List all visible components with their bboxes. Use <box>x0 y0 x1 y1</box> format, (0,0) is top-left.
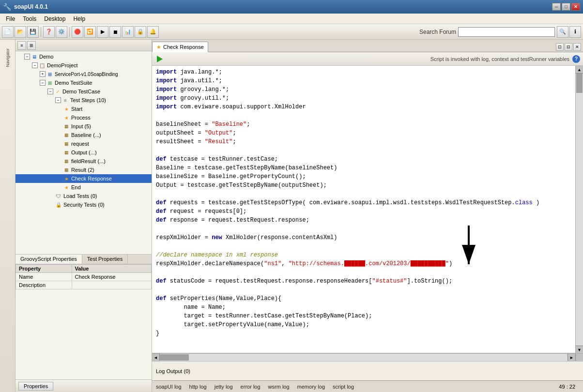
code-line <box>156 146 571 155</box>
tree-item-output[interactable]: ▦ Output (...) <box>15 148 152 157</box>
code-line: import java.lang.*; <box>156 68 571 76</box>
tree-item-sectest[interactable]: 🔒 Security Tests (0) <box>15 200 152 209</box>
tree-item-service[interactable]: + ⊞ ServicePort-v1.0SoapBinding <box>15 70 152 78</box>
scroll-down-btn[interactable]: ▼ <box>576 346 583 353</box>
btn6[interactable]: ⏹ <box>109 26 121 38</box>
tree-item-result[interactable]: ▦ Result (2) <box>15 166 152 174</box>
code-line: respXmlHolder.declareNamespace("ns1", "h… <box>156 259 571 268</box>
tree-item-input[interactable]: ▦ Input (5) <box>15 122 152 131</box>
search-info-btn[interactable]: ℹ <box>569 26 581 38</box>
btn7[interactable]: 📊 <box>122 26 134 38</box>
tree-item-fieldresult[interactable]: ▦ fieldResult (...) <box>15 157 152 166</box>
save-btn[interactable]: 💾 <box>27 26 39 38</box>
tab-script-log[interactable]: script log <box>333 384 354 390</box>
tree-label-start: Start <box>71 106 82 112</box>
btn8[interactable]: 🔒 <box>135 26 146 38</box>
tree-item-process[interactable]: ★ Process <box>15 113 152 122</box>
tree-content: − 🖥 Demo − 📋 DemoProject + ⊞ ServicePort… <box>15 51 152 254</box>
tree-label-checkresponse: Check Response <box>71 176 112 181</box>
code-line: def setProperties(Name,Value,Place){ <box>156 294 571 303</box>
code-line <box>156 286 571 294</box>
properties-button[interactable]: Properties <box>18 382 53 391</box>
tree-btn-2[interactable]: ⊞ <box>27 41 36 50</box>
run-button[interactable] <box>155 54 165 64</box>
prop-name-label: Name <box>16 273 72 281</box>
log-area: Log Output (0) <box>152 361 583 380</box>
tree-item-end[interactable]: ★ End <box>15 183 152 192</box>
fieldresult-icon: ▦ <box>63 158 70 165</box>
scroll-track[interactable] <box>160 354 568 361</box>
navigator-label: Navigator <box>5 48 10 67</box>
tab-close-btn[interactable]: ✕ <box>573 43 581 51</box>
code-line: target = testRunner.testCase.getTestStep… <box>156 312 571 320</box>
tree-item-baseline[interactable]: ▦ Baseline (...) <box>15 131 152 139</box>
help-icon[interactable]: ? <box>572 55 580 63</box>
tree-btn-1[interactable]: ≡ <box>17 41 26 50</box>
tree-item-start[interactable]: ★ Start <box>15 105 152 113</box>
editor-tab-bar: ★ Check Response ⊡ ⊟ ✕ <box>152 40 583 52</box>
code-editor[interactable]: import java.lang.*; import java.util.*; … <box>152 66 575 353</box>
editor-with-scroll: import java.lang.*; import java.util.*; … <box>152 66 583 353</box>
vertical-scrollbar[interactable]: ▲ ▼ <box>575 66 583 353</box>
scroll-h-thumb[interactable] <box>160 354 189 361</box>
tab-memory-log[interactable]: memory log <box>297 384 325 390</box>
tree-item-demo[interactable]: − 🖥 Demo <box>15 52 152 61</box>
menu-desktop[interactable]: Desktop <box>40 15 69 23</box>
scroll-thumb[interactable] <box>576 74 583 93</box>
tab-test-props[interactable]: Test Properties <box>82 255 128 264</box>
menu-file[interactable]: File <box>2 15 19 23</box>
code-line: import com.eviware.soapui.support.XmlHol… <box>156 103 571 111</box>
tree-item-steps[interactable]: − ≡ Test Steps (10) <box>15 96 152 105</box>
table-row: Description <box>16 281 152 289</box>
sectest-icon: 🔒 <box>55 201 62 208</box>
navigator-sidebar: Navigator <box>0 40 15 392</box>
scroll-left-btn[interactable]: ◄ <box>152 354 160 361</box>
search-input[interactable] <box>458 27 555 37</box>
tab-groovy-props[interactable]: GroovyScript Properties <box>15 255 82 264</box>
editor-tab-checkresponse[interactable]: ★ Check Response <box>152 42 208 52</box>
btn9[interactable]: 🔔 <box>147 26 159 38</box>
scroll-right-btn[interactable]: ► <box>568 354 575 361</box>
tab-star-icon: ★ <box>156 44 161 50</box>
tree-item-testsuite[interactable]: − ⊞ Demo TestSuite <box>15 78 152 87</box>
separator-1 <box>41 27 41 37</box>
open-btn[interactable]: 📂 <box>15 26 26 38</box>
tab-wsrm-log[interactable]: wsrm log <box>268 384 290 390</box>
search-go-btn[interactable]: 🔍 <box>557 26 568 38</box>
code-line: name = Name; <box>156 303 571 312</box>
tab-maximize-btn[interactable]: ⊟ <box>565 43 572 51</box>
tab-restore-btn[interactable]: ⊡ <box>556 43 564 51</box>
col-value: Value <box>72 265 151 273</box>
main-layout: Navigator ≡ ⊞ − 🖥 Demo − 📋 DemoProject <box>0 40 583 392</box>
tab-http-log[interactable]: http log <box>189 384 207 390</box>
close-button[interactable]: ✕ <box>571 3 580 11</box>
tree-label-process: Process <box>71 115 91 121</box>
menu-tools[interactable]: Tools <box>19 15 40 23</box>
tree-item-demoproj[interactable]: − 📋 DemoProject <box>15 61 152 70</box>
help-btn[interactable]: ❓ <box>43 26 55 38</box>
code-line: def testcase = testRunner.testCase; <box>156 155 571 164</box>
tree-label-output: Output (...) <box>71 150 97 155</box>
line-column-indicator: 49 : 22 <box>559 384 579 390</box>
tab-jetty-log[interactable]: jetty log <box>215 384 233 390</box>
editor-tab-label: Check Response <box>163 44 204 50</box>
prefs-btn[interactable]: ⚙️ <box>56 26 67 38</box>
btn5[interactable]: ▶ <box>97 26 108 38</box>
properties-bottom: Properties <box>15 379 152 392</box>
maximize-button[interactable]: □ <box>562 3 570 11</box>
btn3[interactable]: 🔴 <box>72 26 83 38</box>
bottom-tabs: soapUI log http log jetty log error log … <box>152 380 583 392</box>
new-btn[interactable]: 📄 <box>2 26 14 38</box>
tree-item-request[interactable]: ▦ request <box>15 139 152 148</box>
btn4[interactable]: 🔁 <box>84 26 96 38</box>
minimize-button[interactable]: ─ <box>552 3 561 11</box>
tree-item-testcase[interactable]: − ✓ Demo TestCase <box>15 87 152 96</box>
tab-soapui-log[interactable]: soapUI log <box>156 384 182 390</box>
log-label: Log Output (0) <box>156 368 190 374</box>
tree-item-loadtest[interactable]: 🛡 Load Tests (0) <box>15 192 152 200</box>
code-line: } <box>156 329 571 338</box>
menu-help[interactable]: Help <box>69 15 89 23</box>
scroll-up-btn[interactable]: ▲ <box>576 66 583 74</box>
tab-error-log[interactable]: error log <box>241 384 261 390</box>
tree-item-checkresponse[interactable]: ★ Check Response <box>15 174 152 183</box>
